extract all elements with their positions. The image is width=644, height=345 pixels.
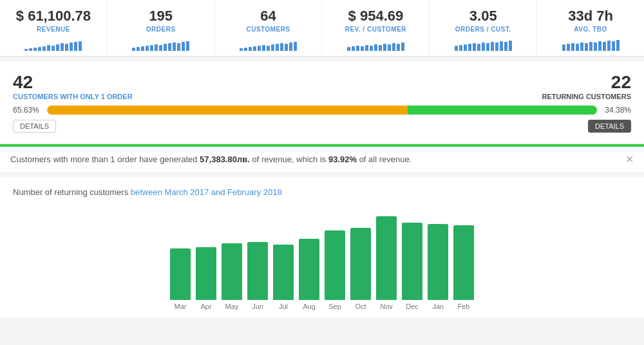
mini-bar-avg-tbo-5 [585,43,588,51]
mini-bar-avg-tbo-3 [576,44,579,51]
bar-chart: MarAprMayJunJulAugSepOctNovDecJanFeb [13,207,631,310]
info-amount: 57,383.80лв. [200,154,250,164]
single-order-pct: 65.63% [13,106,42,115]
chart-bar-label-mar: Mar [175,303,187,310]
chart-bar-may[interactable] [222,243,242,300]
mini-bar-revenue-4 [43,46,46,51]
mini-bar-avg-tbo-8 [598,41,601,51]
mini-bar-customers-11 [289,42,292,51]
mini-bar-orders-cust-0 [455,46,458,51]
orange-bar [47,106,408,115]
metric-card-orders: 195ORDERS [108,0,215,56]
mini-bar-customers-8 [276,44,279,51]
chart-bar-label-dec: Dec [406,303,419,310]
mini-bar-revenue-1 [29,48,32,51]
chart-bar-jul[interactable] [273,245,294,300]
chart-bar-label-jul: Jul [279,303,288,310]
mini-bar-rev-customer-0 [347,47,350,51]
mini-bar-orders-cust-3 [468,44,471,51]
progress-row: 65.63% 34.38% [13,106,631,115]
customers-section: 42 CUSTOMERS WITH ONLY 1 ORDER 22 RETURN… [0,62,644,143]
mini-bars-customers [222,37,316,51]
chart-bar-feb[interactable] [453,225,474,300]
chart-bar-aug[interactable] [299,239,319,300]
chart-bar-nov[interactable] [376,216,397,300]
chart-title: Number of returning customers between Ma… [13,187,631,197]
mini-bar-rev-customer-12 [401,42,404,51]
info-pct: 93.92% [328,154,357,164]
mini-bar-orders-11 [182,42,185,51]
chart-bar-jun[interactable] [247,242,268,300]
chart-bar-label-may: May [225,303,239,310]
mini-bar-orders-cust-8 [491,42,494,51]
mini-bars-orders-cust [436,37,530,51]
single-order-count: 42 [13,72,133,93]
mini-bar-rev-customer-2 [356,46,359,51]
mini-bar-customers-6 [267,46,270,51]
info-text: Customers with more than 1 order have ge… [10,154,412,164]
metric-label-revenue: REVENUE [6,26,100,33]
mini-bar-revenue-12 [79,41,82,51]
mini-bar-customers-9 [280,43,283,51]
mini-bar-orders-cust-1 [459,45,462,51]
mini-bar-orders-4 [150,45,153,51]
chart-section: Number of returning customers between Ma… [0,177,644,317]
mini-bar-revenue-7 [56,44,59,51]
chart-bar-label-sep: Sep [328,303,341,310]
mini-bar-customers-2 [249,47,252,51]
mini-bar-revenue-8 [61,43,64,51]
mini-bar-avg-tbo-9 [603,42,606,51]
mini-bar-customers-12 [294,42,297,51]
mini-bar-orders-cust-2 [464,44,467,51]
mini-bar-orders-0 [132,48,135,51]
chart-bar-dec[interactable] [402,223,422,300]
chart-bar-label-oct: Oct [355,303,366,310]
chart-bar-jan[interactable] [428,224,448,300]
metric-value-rev-customer: $ 954.69 [328,8,422,24]
mini-bar-orders-cust-12 [509,41,512,51]
mini-bar-customers-5 [262,45,265,51]
metric-card-orders-cust: 3.05ORDERS / CUST. [430,0,537,56]
mini-bar-rev-customer-4 [365,45,368,51]
returning-label: RETURNING CUSTOMERS [542,93,631,100]
details-right-button[interactable]: DETAILS [588,120,631,133]
mini-bars-orders [114,37,208,51]
details-row: DETAILS DETAILS [13,120,631,133]
mini-bar-revenue-6 [52,46,55,51]
mini-bar-revenue-11 [74,42,77,51]
metric-label-customers: CUSTOMERS [222,26,316,33]
mini-bar-orders-cust-5 [477,44,480,51]
mini-bar-orders-cust-10 [500,41,503,51]
mini-bars-rev-customer [328,37,422,51]
bar-group: Nov [376,216,397,310]
mini-bar-avg-tbo-4 [580,42,583,51]
mini-bar-rev-customer-11 [397,44,400,51]
top-metrics-bar: $ 61,100.78REVENUE195ORDERS64CUSTOMERS$ … [0,0,644,57]
mini-bar-avg-tbo-0 [562,44,565,51]
chart-bar-oct[interactable] [350,228,371,300]
mini-bar-rev-customer-9 [388,44,391,51]
details-left-button[interactable]: DETAILS [13,120,56,133]
chart-bar-apr[interactable] [196,247,216,300]
chart-bar-mar[interactable] [170,248,191,300]
metric-label-orders: ORDERS [114,26,208,33]
bar-group: Jul [273,245,294,310]
progress-bar [47,106,597,115]
mini-bar-avg-tbo-2 [571,43,574,51]
mini-bar-rev-customer-5 [370,46,373,51]
info-prefix: Customers with more than 1 order have ge… [10,154,200,164]
chart-bar-label-jan: Jan [432,303,444,310]
mini-bar-revenue-5 [47,45,50,51]
metric-card-avg-tbo: 33d 7hAVG. TBO [537,0,644,56]
info-bar: Customers with more than 1 order have ge… [0,144,644,172]
returning-side: 22 RETURNING CUSTOMERS [542,72,631,100]
returning-count: 22 [542,72,631,93]
mini-bar-rev-customer-3 [361,46,364,51]
metric-value-customers: 64 [222,8,316,24]
metric-label-avg-tbo: AVG. TBO [544,26,638,33]
chart-bar-sep[interactable] [325,230,345,300]
chart-title-range: between March 2017 and February 2018 [131,187,282,197]
bar-group: Apr [196,247,216,310]
chart-bar-label-nov: Nov [380,303,393,310]
close-button[interactable]: ✕ [625,153,634,165]
